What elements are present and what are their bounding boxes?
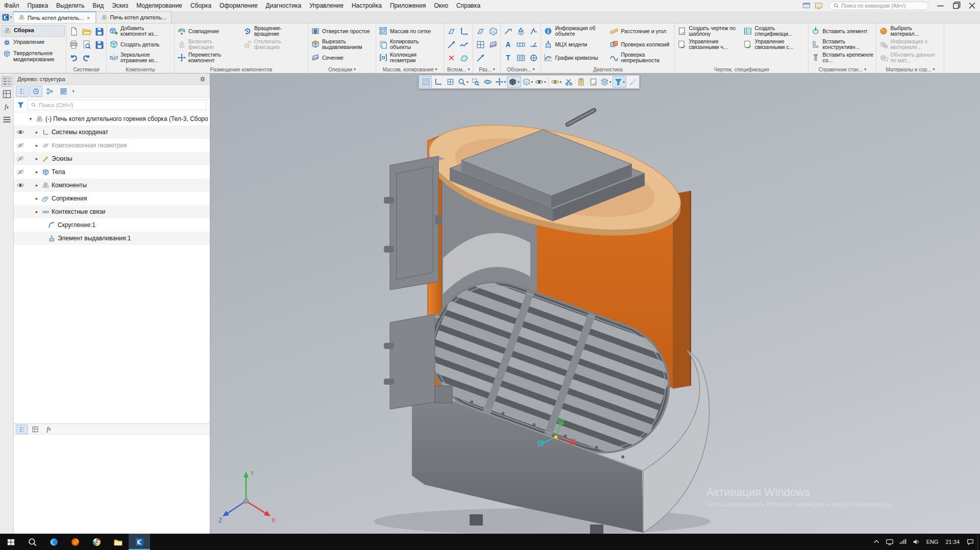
ribbon-btn-letter-a[interactable]: А	[502, 38, 514, 51]
ribbon-btn-designation-rough[interactable]	[527, 24, 540, 38]
parameters-panel-button[interactable]	[2, 89, 12, 99]
group-dropdown-icon[interactable]: ▾	[468, 67, 470, 71]
eye-hidden-icon[interactable]	[16, 168, 24, 176]
taskbar-firefox-browser[interactable]	[64, 534, 86, 550]
mode-button-1[interactable]: Управление	[1, 37, 65, 48]
expander-icon[interactable]: ▸	[33, 156, 40, 161]
ribbon-btn-partition-view[interactable]	[487, 24, 499, 38]
menu-item-9[interactable]: Управление	[305, 0, 348, 11]
expander-icon[interactable]: ▸	[33, 209, 40, 214]
group-dropdown-icon[interactable]: ▾	[354, 67, 356, 71]
ribbon-btn-partition-zone[interactable]	[474, 38, 486, 51]
ribbon-btn-letter-t[interactable]: Т	[502, 51, 514, 64]
action-center-icon[interactable]	[963, 534, 977, 550]
menu-item-5[interactable]: Моделирование	[132, 0, 186, 11]
dropdown-arrow-icon[interactable]: ▾	[531, 80, 533, 84]
group-dropdown-icon[interactable]: ▾	[493, 67, 495, 71]
view-btn-zoom[interactable]: ▾	[456, 76, 470, 88]
ribbon-btn-designation-datum[interactable]	[514, 24, 527, 38]
ribbon-btn-new-doc[interactable]	[67, 24, 80, 38]
view-btn-copy-image[interactable]	[575, 76, 587, 88]
ribbon-btn-array-grid[interactable]: Массив по сетке	[377, 24, 443, 38]
tree-row-0[interactable]: ▾(-) Печь котел длительного горения сбор…	[14, 112, 210, 126]
view-btn-paint-brush[interactable]	[626, 76, 639, 88]
dropdown-arrow-icon[interactable]: ▾	[518, 80, 520, 84]
ribbon-btn-move-component[interactable]: Переместить компонент	[176, 51, 241, 64]
ribbon-btn-designation-marker[interactable]	[527, 51, 540, 64]
mode-button-0[interactable]: Сборка	[1, 25, 65, 37]
ribbon-btn-designation-table[interactable]	[514, 51, 527, 64]
view-btn-snap-grid[interactable]	[420, 76, 432, 88]
tree-view-history-button[interactable]	[30, 86, 42, 97]
command-search[interactable]	[829, 2, 928, 10]
tree-relations-button[interactable]	[43, 86, 56, 97]
menu-item-11[interactable]: Приложения	[386, 0, 430, 11]
menu-item-2[interactable]: Выделить	[52, 0, 88, 11]
menu-item-8[interactable]: Диагностика	[262, 0, 306, 11]
dropdown-arrow-icon[interactable]: ▾	[467, 80, 469, 84]
ribbon-group-caption[interactable]: Массив, копирование▾	[377, 66, 443, 73]
dropdown-arrow-icon[interactable]: ▾	[504, 80, 506, 84]
command-search-input[interactable]	[841, 3, 924, 9]
menu-item-6[interactable]: Сборка	[186, 0, 215, 11]
expander-icon[interactable]: ▾	[27, 116, 34, 121]
ribbon-group-caption[interactable]: Раз...▾	[474, 66, 499, 73]
close-button[interactable]	[964, 0, 980, 11]
tab-close-icon[interactable]: ×	[86, 15, 90, 21]
ribbon-btn-distance-angle[interactable]: Расстояние и угол	[608, 24, 673, 38]
group-dropdown-icon[interactable]: ▾	[864, 67, 866, 71]
ribbon-btn-fix-unlock[interactable]: Отключить фиксацию	[241, 38, 307, 51]
tree-row-7[interactable]: ▸Контекстные связи	[14, 205, 210, 218]
menu-item-12[interactable]: Окно	[430, 0, 452, 11]
taskbar-kompas-app[interactable]	[129, 534, 150, 550]
ribbon-btn-aux-surface[interactable]	[458, 51, 470, 64]
ribbon-btn-specification[interactable]: Создать спецификаци...	[742, 24, 807, 38]
expander-icon[interactable]: ▸	[33, 196, 40, 201]
menu-item-1[interactable]: Правка	[23, 0, 53, 11]
tray-chevron-up[interactable]	[870, 534, 883, 550]
document-tab-1[interactable]: Печь котел длитель...	[96, 11, 172, 23]
ribbon-btn-insert-structural[interactable]: Вставить конструктивн...	[810, 38, 875, 51]
tree-search-input[interactable]	[39, 102, 203, 108]
ribbon-group-caption[interactable]: Вспом...▾	[445, 66, 472, 73]
dropdown-arrow-icon[interactable]: ▾	[623, 80, 625, 84]
view-btn-display-wireframe[interactable]: ▾	[521, 76, 534, 88]
ribbon-btn-designation-tolerance[interactable]	[514, 38, 527, 51]
ribbon-btn-aux-cs[interactable]	[458, 24, 470, 38]
ribbon-btn-mass-properties[interactable]: МЦХ модели	[542, 38, 607, 51]
tree-row-5[interactable]: ▸Компоненты	[14, 179, 210, 192]
tray-volume-status[interactable]	[910, 534, 923, 550]
ribbon-btn-aux-point[interactable]	[445, 51, 457, 64]
taskbar-chrome-browser[interactable]	[86, 534, 107, 550]
eye-visible-icon[interactable]	[16, 181, 24, 189]
maximize-button[interactable]	[948, 0, 964, 11]
ribbon-btn-material-info[interactable]: Информация о материале...	[877, 38, 943, 51]
expander-icon[interactable]: ▸	[33, 183, 40, 188]
menu-item-3[interactable]: Вид	[88, 0, 108, 11]
tree-row-8[interactable]: Скругление:1	[14, 218, 210, 232]
tree-view-structure-button[interactable]	[16, 86, 29, 97]
ribbon-btn-create-part[interactable]: Создать деталь	[108, 38, 173, 51]
tree-row-3[interactable]: ▸Эскизы	[14, 152, 210, 165]
ribbon-btn-print-preview[interactable]	[80, 38, 92, 51]
tree-view-dropdown[interactable]: ▾	[71, 89, 76, 93]
expander-icon[interactable]: ▸	[33, 130, 40, 135]
taskbar-search-circle[interactable]	[21, 534, 43, 550]
ribbon-btn-partition-line[interactable]	[474, 51, 486, 64]
tray-monitor-status[interactable]	[883, 534, 896, 550]
ribbon-btn-material-update[interactable]: Обновить данные по мат...	[877, 51, 943, 64]
view-btn-sheet-grid[interactable]	[587, 76, 599, 88]
view-btn-show-all[interactable]: ▾	[550, 76, 563, 88]
view-btn-pan[interactable]: ▾	[494, 76, 507, 88]
expander-icon[interactable]: ▸	[33, 143, 40, 148]
view-btn-local-cs[interactable]	[432, 76, 444, 88]
ribbon-btn-collision-check[interactable]: Проверка коллизий	[608, 38, 673, 51]
ribbon-btn-insert-fastener[interactable]: Вставить крепежное со...	[810, 51, 875, 64]
ribbon-btn-open-folder[interactable]	[80, 24, 92, 38]
filter-icon[interactable]	[17, 101, 24, 109]
ribbon-group-caption[interactable]: Обознач...▾	[502, 66, 540, 73]
taskbar-win-start[interactable]	[0, 534, 21, 550]
ribbon-btn-undo[interactable]	[67, 51, 80, 64]
ribbon-btn-designation-weld[interactable]	[527, 38, 540, 51]
mode-button-2[interactable]: Твердотельное моделирование	[1, 48, 65, 64]
